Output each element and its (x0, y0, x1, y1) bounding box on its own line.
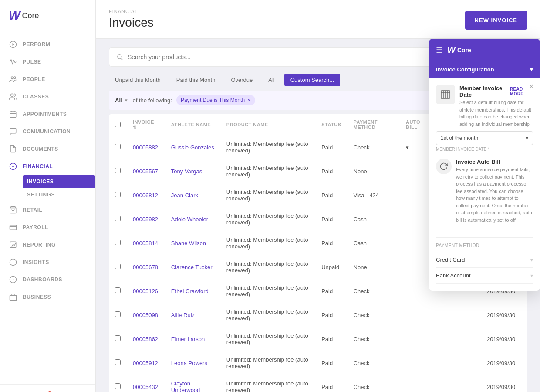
athlete-link[interactable]: Shane Wilson (171, 240, 206, 247)
sidebar-nav: PERFORM PULSE PEOPLE CLASSES (0, 31, 95, 384)
row-checkbox[interactable] (115, 264, 121, 269)
bank-account-arrow-icon: ▾ (530, 273, 533, 279)
credit-card-label: Credit Card (436, 257, 465, 263)
payment-method-cell: Check (348, 279, 400, 303)
sidebar-item-perform[interactable]: PERFORM (0, 36, 95, 53)
athlete-link[interactable]: Tony Vargas (171, 168, 202, 175)
status-cell: Paid (315, 303, 347, 327)
product-name: Unlimited: Membership fee (auto renewed) (220, 327, 315, 351)
row-checkbox[interactable] (115, 287, 121, 293)
row-checkbox[interactable] (115, 311, 121, 317)
athlete-link[interactable]: Clayton Underwood (171, 380, 200, 392)
invoice-link[interactable]: 00005814 (133, 240, 158, 247)
filter-tab-paid[interactable]: Paid this Month (170, 74, 222, 86)
row-checkbox[interactable] (115, 383, 121, 389)
sidebar-item-insights[interactable]: INSIGHTS (0, 253, 95, 271)
athlete-link[interactable]: Elmer Larson (171, 336, 205, 342)
sidebar-item-documents[interactable]: DOCUMENTS (0, 140, 95, 158)
filter-tab-overdue[interactable]: Overdue (225, 74, 259, 86)
sidebar-item-reporting[interactable]: REPORTING (0, 236, 95, 253)
filter-tab-all[interactable]: All (262, 74, 280, 86)
invoice-link[interactable]: 00005862 (133, 336, 158, 342)
sidebar-item-business[interactable]: BUSINESS (0, 288, 95, 306)
filter-all-arrow-icon: ▼ (124, 98, 128, 103)
filter-all-dropdown[interactable]: All ▼ (115, 97, 128, 104)
svg-point-3 (14, 77, 16, 79)
sidebar-item-appointments[interactable]: APPOINTMENTS (0, 105, 95, 123)
sidebar-item-label-retail: RETAIL (23, 207, 42, 213)
final-charge-cell (435, 375, 481, 392)
athlete-link[interactable]: Allie Ruiz (171, 312, 195, 318)
athlete-link[interactable]: Gussie Gonzales (171, 144, 214, 151)
panel-body: × (429, 78, 540, 237)
panel-close-button[interactable]: × (526, 81, 537, 92)
sidebar-item-communication[interactable]: COMMUNICATION (0, 123, 95, 140)
invoice-link[interactable]: 00005432 (133, 384, 158, 390)
invoice-link[interactable]: 00005982 (133, 216, 158, 223)
product-name: Unlimited: Membership fee (auto renewed) (220, 231, 315, 255)
payment-method-cell: Check (348, 351, 400, 375)
auto-bill-desc: Every time a invoice payment fails, we r… (456, 166, 533, 223)
athlete-link[interactable]: Ethel Crawford (171, 288, 209, 294)
select-all-checkbox[interactable] (115, 122, 121, 127)
invoice-link[interactable]: 00005098 (133, 312, 158, 318)
invoice-link[interactable]: 00005912 (133, 360, 158, 366)
financial-sub-nav: INVOICES SETTINGS (0, 175, 95, 201)
svg-point-4 (11, 94, 14, 96)
panel-logo-text: Core (457, 47, 471, 54)
athlete-link[interactable]: Jean Clark (171, 192, 198, 199)
product-name: Unlimited: Membership fee (auto renewed) (220, 303, 315, 327)
row-checkbox[interactable] (115, 359, 121, 365)
svg-rect-13 (10, 225, 17, 230)
reporting-icon (9, 240, 17, 249)
payment-method-credit-card[interactable]: Credit Card ▾ (436, 252, 533, 268)
sidebar-item-label-appointments: APPOINTMENTS (23, 111, 67, 117)
filter-tab-unpaid[interactable]: Unpaid this Month (109, 74, 167, 86)
sidebar-item-pulse[interactable]: PULSE (0, 53, 95, 71)
filter-chip-remove-button[interactable]: × (247, 97, 251, 104)
athlete-link[interactable]: Adele Wheeler (171, 216, 208, 223)
filter-chip: Payment Due is This Month × (176, 95, 255, 105)
panel-menu-icon[interactable]: ☰ (436, 45, 443, 55)
row-checkbox[interactable] (115, 216, 121, 221)
sub-nav-item-invoices[interactable]: INVOICES (23, 175, 95, 188)
sidebar-item-people[interactable]: PEOPLE (0, 71, 95, 88)
invoice-link[interactable]: 00005882 (133, 144, 158, 151)
sidebar-item-financial[interactable]: FINANCIAL (0, 158, 95, 175)
table-row: 00005432 Clayton Underwood Unlimited: Me… (109, 375, 527, 392)
invoice-config-panel: ☰ W Core Invoice Configuration ▾ × (429, 39, 540, 291)
search-input[interactable] (128, 54, 470, 61)
panel-section-toggle[interactable]: Invoice Configuration ▾ (429, 61, 540, 78)
sidebar-item-retail[interactable]: RETAIL (0, 201, 95, 219)
invoice-link[interactable]: 00005126 (133, 288, 158, 294)
member-invoice-dropdown[interactable]: 1st of the month ▾ (436, 131, 533, 145)
filter-tab-custom[interactable]: Custom Search... (284, 74, 340, 86)
row-checkbox[interactable] (115, 192, 121, 197)
row-checkbox[interactable] (115, 168, 121, 173)
sidebar-item-label-communication: COMMUNICATION (23, 128, 71, 135)
athlete-link[interactable]: Leona Powers (171, 360, 207, 366)
col-header-payment-method: PAYMENT METHOD (348, 114, 400, 135)
invoice-link[interactable]: 00006812 (133, 192, 158, 199)
row-checkbox[interactable] (115, 144, 121, 149)
row-checkbox[interactable] (115, 335, 121, 341)
logo-area: W Core (0, 0, 95, 31)
filter-all-label: All (115, 97, 122, 104)
invoice-link[interactable]: 00005567 (133, 168, 158, 175)
sidebar-item-dashboards[interactable]: DASHBOARDS (0, 271, 95, 288)
auto-bill-section: Invoice Auto Bill Every time a invoice p… (436, 159, 533, 223)
sidebar-item-label-people: PEOPLE (23, 76, 45, 82)
sidebar-item-payroll[interactable]: PAYROLL (0, 219, 95, 236)
payment-method-bank-account[interactable]: Bank Account ▾ (436, 268, 533, 284)
status-cell: Unpaid (315, 255, 347, 279)
sidebar-item-classes[interactable]: CLASSES (0, 88, 95, 105)
payment-due-cell: 2019/09/30 (481, 375, 527, 392)
col-header-product: PRODUCT NAME (220, 114, 315, 135)
auto-bill-title: Invoice Auto Bill (456, 159, 533, 165)
new-invoice-button[interactable]: NEW INVOICE (465, 11, 527, 30)
sub-nav-item-settings[interactable]: SETTINGS (23, 188, 95, 201)
row-checkbox[interactable] (115, 240, 121, 245)
invoice-link[interactable]: 00005678 (133, 264, 158, 270)
athlete-link[interactable]: Clarence Tucker (171, 264, 213, 270)
table-row: 00005912 Leona Powers Unlimited: Members… (109, 351, 527, 375)
